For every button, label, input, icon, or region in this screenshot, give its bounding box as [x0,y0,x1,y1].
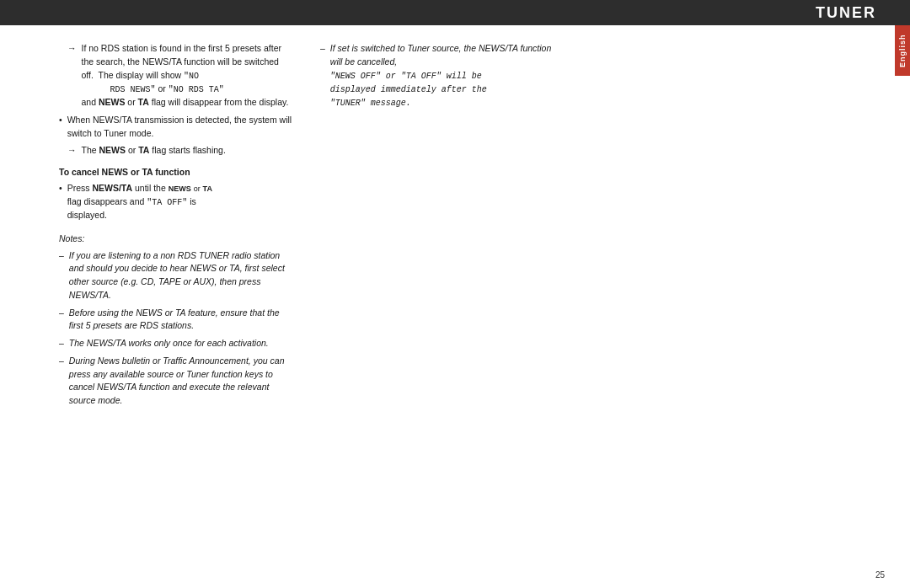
dash-icon-2: – [59,307,64,320]
note-item-2: – Before using the NEWS or TA feature, e… [59,307,295,334]
section-heading: To cancel NEWS or TA function [59,166,295,179]
dash-icon-1: – [59,249,64,263]
bullet-item-2: • Press NEWS/TA until the NEWS or TA fla… [59,182,295,222]
bullet-icon-1: • [59,114,62,127]
ta-bold-2: TA [138,145,149,155]
bullet-item-1: • When NEWS/TA transmission is detected,… [59,114,295,141]
arrow-icon-2: → [67,144,77,158]
note-text-3: The NEWS/TA works only once for each act… [69,337,269,350]
no-rds-news-mono: "NO [184,72,199,81]
arrow-text-1: If no RDS station is found in the first … [82,42,296,109]
rds-news-mono-2: RDS NEWS" [95,85,156,94]
page: TUNER English → If no RDS station is fou… [0,0,910,588]
arrow-icon-1: → [67,42,77,56]
note-text-1: If you are listening to a non RDS TUNER … [69,249,295,302]
page-title: TUNER [816,4,876,22]
news-bold: NEWS [99,97,126,107]
bullet-text-1: When NEWS/TA transmission is detected, t… [67,114,295,141]
dash-icon-4: – [59,355,64,368]
note-text-4: During News bulletin or Traffic Announce… [69,355,295,408]
ta-bold: TA [138,97,149,107]
arrow-item-1: → If no RDS station is found in the firs… [67,42,295,109]
display-will-show: The display will show [99,70,182,80]
header-bar: TUNER [0,0,910,25]
bullet-text-2: Press NEWS/TA until the NEWS or TA flag … [67,182,212,222]
page-number: 25 [875,570,885,580]
notes-label: Notes: [59,233,295,246]
news-off-mono: "NEWS OFF" or "TA OFF" will be displayed… [330,72,487,108]
main-content: → If no RDS station is found in the firs… [0,25,893,563]
right-column: – If set is switched to Tuner source, th… [320,42,556,546]
note-item-1: – If you are listening to a non RDS TUNE… [59,249,295,302]
dash-icon-3: – [59,337,64,350]
english-tab: English [895,25,910,76]
no-rds-ta-mono: "NO RDS TA" [169,85,224,94]
right-text: If set is switched to Tuner source, the … [330,42,556,110]
ta-off-mono: "TA OFF" [147,198,187,207]
arrow-text-2: The NEWS or TA flag starts flashing. [82,144,226,158]
note-item-4: – During News bulletin or Traffic Announ… [59,355,295,408]
note-text-2: Before using the NEWS or TA feature, ens… [69,307,295,334]
news-small: NEWS [169,184,191,193]
ta-small: TA [203,184,212,193]
news-ta-bold: NEWS/TA [92,183,132,193]
arrow-item-2: → The NEWS or TA flag starts flashing. [67,144,295,158]
left-column: → If no RDS station is found in the firs… [59,42,295,546]
news-bold-2: NEWS [99,145,126,155]
notes-section: Notes: – If you are listening to a non R… [59,233,295,408]
bullet-icon-2: • [59,182,62,195]
note-item-3: – The NEWS/TA works only once for each a… [59,337,295,350]
or-text: or [158,83,165,94]
right-dash-item: – If set is switched to Tuner source, th… [320,42,556,110]
right-dash-icon: – [320,42,325,56]
